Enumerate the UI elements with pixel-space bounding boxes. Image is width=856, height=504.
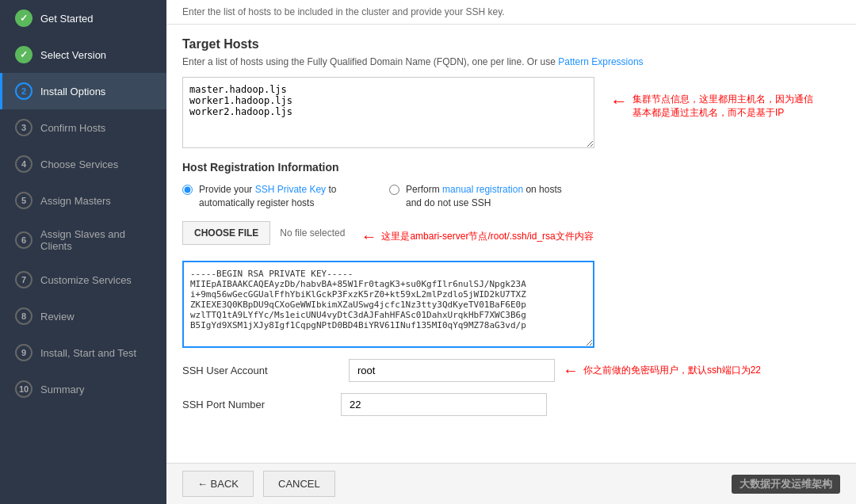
bottom-bar: ← BACK CANCEL 大数据开发运维架构 bbox=[166, 463, 856, 504]
step-circle-get-started: ✓ bbox=[15, 10, 32, 27]
no-file-text: No file selected bbox=[280, 227, 345, 239]
sidebar-item-summary[interactable]: 10 Summary bbox=[0, 371, 166, 407]
sidebar-item-assign-masters[interactable]: 5 Assign Masters bbox=[0, 182, 166, 219]
choose-file-button[interactable]: CHOOSE FILE bbox=[182, 221, 270, 245]
radio-manual-label: Perform manual registration on hosts and… bbox=[406, 183, 564, 210]
step-circle-assign-masters: 5 bbox=[15, 192, 32, 209]
target-hosts-title: Target Hosts bbox=[182, 37, 840, 52]
content-scroll: Target Hosts Enter a list of hosts using… bbox=[166, 25, 856, 463]
target-hosts-desc: Enter a list of hosts using the Fully Qu… bbox=[182, 56, 840, 67]
sidebar: ✓ Get Started ✓ Select Version 2 Install… bbox=[0, 0, 166, 504]
hosts-annotation: ← 集群节点信息，这里都用主机名，因为通信基本都是通过主机名，而不是基于IP bbox=[610, 93, 816, 120]
hosts-wrapper: ← 集群节点信息，这里都用主机名，因为通信基本都是通过主机名，而不是基于IP bbox=[182, 77, 840, 148]
step-circle-review: 8 bbox=[15, 307, 32, 325]
registration-section: Host Registration Information Provide yo… bbox=[182, 161, 840, 416]
sidebar-item-assign-slaves[interactable]: 6 Assign Slaves and Clients bbox=[0, 219, 166, 262]
sidebar-label-choose-services: Choose Services bbox=[40, 158, 118, 170]
ssh-user-row: SSH User Account ← 你之前做的免密码用户，默认ssh端口为22 bbox=[182, 359, 840, 382]
hosts-textarea[interactable] bbox=[182, 77, 594, 148]
step-circle-customize-services: 7 bbox=[15, 271, 32, 288]
cancel-button[interactable]: CANCEL bbox=[263, 471, 335, 497]
ssh-user-annotation: 你之前做的免密码用户，默认ssh端口为22 bbox=[583, 364, 761, 377]
pattern-expressions-link[interactable]: Pattern Expressions bbox=[558, 56, 643, 67]
ssh-user-annotation-container: ← 你之前做的免密码用户，默认ssh端口为22 bbox=[563, 361, 761, 380]
sidebar-item-select-version[interactable]: ✓ Select Version bbox=[0, 36, 166, 73]
rsa-annotation: 这里是ambari-server节点/root/.ssh/id_rsa文件内容 bbox=[381, 230, 593, 243]
radio-options: Provide your SSH Private Key to automati… bbox=[182, 183, 840, 210]
sidebar-label-assign-masters: Assign Masters bbox=[40, 195, 111, 207]
sidebar-label-summary: Summary bbox=[40, 384, 85, 395]
ssh-user-label: SSH User Account bbox=[182, 365, 341, 376]
sidebar-item-install-options[interactable]: 2 Install Options bbox=[0, 73, 166, 109]
ssh-port-input[interactable] bbox=[341, 393, 547, 416]
ssh-private-key-link[interactable]: SSH Private Key bbox=[255, 184, 326, 195]
ssh-port-row: SSH Port Number bbox=[182, 393, 840, 416]
private-key-textarea[interactable] bbox=[182, 261, 594, 348]
ssh-user-input[interactable] bbox=[349, 359, 555, 382]
watermark: 大数据开发运维架构 bbox=[732, 475, 840, 494]
back-button[interactable]: ← BACK bbox=[182, 471, 254, 497]
step-circle-summary: 10 bbox=[15, 380, 32, 398]
file-upload-row: CHOOSE FILE No file selected bbox=[182, 221, 345, 245]
sidebar-item-review[interactable]: 8 Review bbox=[0, 298, 166, 334]
registration-title: Host Registration Information bbox=[182, 161, 840, 174]
sidebar-label-assign-slaves: Assign Slaves and Clients bbox=[40, 228, 154, 252]
sidebar-label-confirm-hosts: Confirm Hosts bbox=[40, 122, 105, 134]
step-circle-confirm-hosts: 3 bbox=[15, 119, 32, 136]
sidebar-item-get-started[interactable]: ✓ Get Started bbox=[0, 0, 166, 36]
sidebar-item-choose-services[interactable]: 4 Choose Services bbox=[0, 146, 166, 182]
header-description: Enter the list of hosts to be included i… bbox=[182, 6, 505, 17]
sidebar-label-select-version: Select Version bbox=[40, 49, 106, 61]
sidebar-label-review: Review bbox=[40, 311, 75, 323]
sidebar-label-install-options: Install Options bbox=[40, 86, 105, 97]
ssh-port-label: SSH Port Number bbox=[182, 399, 341, 410]
radio-ssh[interactable] bbox=[182, 185, 193, 195]
content-header: Enter the list of hosts to be included i… bbox=[166, 0, 856, 25]
content-area: Enter the list of hosts to be included i… bbox=[166, 0, 856, 504]
radio-manual[interactable] bbox=[389, 185, 399, 195]
sidebar-label-get-started: Get Started bbox=[40, 13, 93, 25]
sidebar-label-customize-services: Customize Services bbox=[40, 274, 132, 286]
radio-option-manual: Perform manual registration on hosts and… bbox=[389, 183, 564, 210]
sidebar-label-install-start: Install, Start and Test bbox=[40, 347, 136, 359]
step-circle-assign-slaves: 6 bbox=[15, 231, 32, 249]
step-circle-install-options: 2 bbox=[15, 82, 32, 100]
radio-option-ssh: Provide your SSH Private Key to automati… bbox=[182, 183, 357, 210]
sidebar-item-install-start[interactable]: 9 Install, Start and Test bbox=[0, 334, 166, 371]
radio-ssh-label: Provide your SSH Private Key to automati… bbox=[199, 183, 357, 210]
sidebar-item-customize-services[interactable]: 7 Customize Services bbox=[0, 262, 166, 298]
step-circle-install-start: 9 bbox=[15, 344, 32, 361]
rsa-wrapper bbox=[182, 261, 840, 348]
manual-registration-link[interactable]: manual registration bbox=[442, 184, 523, 195]
sidebar-item-confirm-hosts[interactable]: 3 Confirm Hosts bbox=[0, 109, 166, 146]
step-circle-select-version: ✓ bbox=[15, 46, 32, 63]
rsa-annotation-container: ← 这里是ambari-server节点/root/.ssh/id_rsa文件内… bbox=[361, 227, 593, 246]
step-circle-choose-services: 4 bbox=[15, 155, 32, 173]
